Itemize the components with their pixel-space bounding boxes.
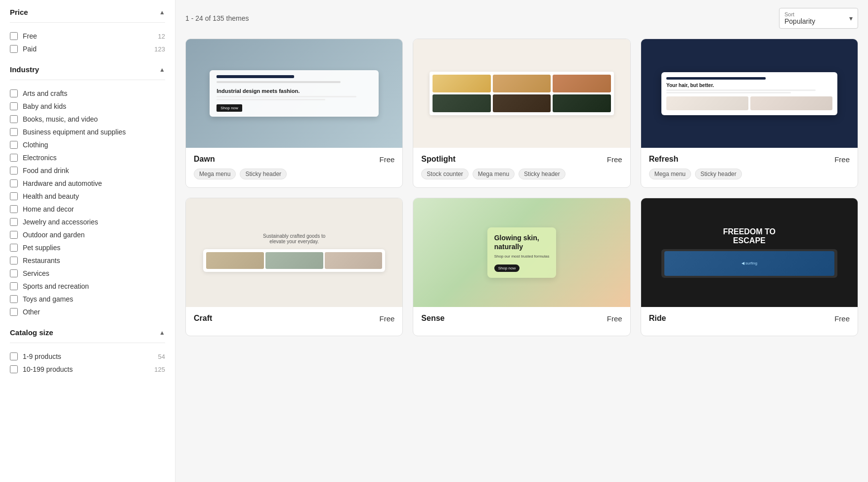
catalog-option-checkbox-1[interactable] — [10, 365, 18, 373]
industry-divider — [10, 80, 165, 80]
industry-filter-section: Industry ▲ Arts and crafts Baby and kids… — [10, 65, 165, 318]
industry-option-label-13[interactable]: Restaurants — [10, 257, 60, 264]
catalog-chevron-icon: ▲ — [159, 329, 165, 336]
industry-option-text-12: Pet supplies — [23, 244, 60, 252]
catalog-filter-header[interactable]: Catalog size ▲ — [10, 328, 165, 337]
industry-option-text-0: Arts and crafts — [23, 89, 67, 97]
theme-price-refresh: Free — [834, 155, 850, 164]
price-filter-title: Price — [10, 8, 28, 16]
price-paid-row: Paid 123 — [10, 43, 165, 55]
theme-price-craft: Free — [379, 314, 394, 323]
industry-option-row: Arts and crafts — [10, 87, 165, 100]
industry-option-label-12[interactable]: Pet supplies — [10, 244, 60, 252]
theme-thumbnail-ride: FREEDOM TOESCAPE ◀ surfing — [641, 198, 858, 307]
price-filter-section: Price ▲ Free 12 Paid 123 — [10, 8, 165, 55]
industry-filter-header[interactable]: Industry ▲ — [10, 65, 165, 74]
industry-option-checkbox-4[interactable] — [10, 141, 18, 149]
industry-option-checkbox-16[interactable] — [10, 295, 18, 303]
industry-option-checkbox-7[interactable] — [10, 179, 18, 187]
sort-label: Sort — [784, 11, 815, 17]
catalog-option-label-0[interactable]: 1-9 products — [10, 352, 61, 360]
industry-option-label-15[interactable]: Sports and recreation — [10, 282, 89, 290]
industry-option-text-3: Business equipment and supplies — [23, 128, 126, 136]
price-divider — [10, 22, 165, 23]
industry-option-checkbox-17[interactable] — [10, 308, 18, 316]
theme-info-spotlight: Spotlight Free Stock counterMega menuSti… — [413, 148, 630, 187]
industry-option-checkbox-12[interactable] — [10, 244, 18, 252]
theme-card-refresh[interactable]: Your hair, but better. Refresh Free Mega… — [641, 39, 858, 188]
catalog-option-label-1[interactable]: 10-199 products — [10, 365, 73, 373]
industry-option-label-1[interactable]: Baby and kids — [10, 102, 66, 110]
theme-tag: Sticky header — [695, 169, 742, 179]
theme-name-spotlight: Spotlight — [421, 155, 455, 164]
theme-tags-dawn: Mega menuSticky header — [194, 169, 394, 179]
industry-option-label-14[interactable]: Services — [10, 269, 49, 277]
catalog-option-text-1: 10-199 products — [23, 365, 73, 373]
industry-option-label-10[interactable]: Jewelry and accessories — [10, 218, 98, 226]
industry-option-row: Clothing — [10, 138, 165, 151]
theme-card-craft[interactable]: Sustainably crafted goods toelevate your… — [185, 198, 403, 336]
industry-option-row: Baby and kids — [10, 100, 165, 113]
industry-option-label-3[interactable]: Business equipment and supplies — [10, 128, 126, 136]
theme-thumbnail-dawn: Industrial design meets fashion. Shop no… — [186, 39, 402, 148]
price-paid-checkbox[interactable] — [10, 45, 18, 53]
catalog-filter-section: Catalog size ▲ 1-9 products 54 10-199 pr… — [10, 328, 165, 376]
sort-dropdown[interactable]: Sort Popularity ▾ — [779, 8, 858, 29]
industry-option-checkbox-14[interactable] — [10, 269, 18, 277]
industry-option-label-0[interactable]: Arts and crafts — [10, 89, 67, 97]
theme-card-spotlight[interactable]: Spotlight Free Stock counterMega menuSti… — [413, 39, 630, 188]
industry-option-label-17[interactable]: Other — [10, 308, 40, 316]
theme-card-sense[interactable]: Glowing skin,naturally Shop our most tru… — [413, 198, 630, 336]
price-filter-header[interactable]: Price ▲ — [10, 8, 165, 16]
industry-option-checkbox-13[interactable] — [10, 257, 18, 264]
industry-option-checkbox-10[interactable] — [10, 218, 18, 226]
catalog-divider — [10, 343, 165, 343]
price-free-label[interactable]: Free — [10, 32, 37, 40]
industry-option-label-9[interactable]: Home and decor — [10, 205, 74, 213]
theme-tags-refresh: Mega menuSticky header — [649, 169, 850, 179]
theme-info-craft: Craft Free — [186, 307, 402, 336]
industry-option-checkbox-5[interactable] — [10, 154, 18, 162]
price-paid-label[interactable]: Paid — [10, 45, 37, 53]
industry-option-checkbox-8[interactable] — [10, 192, 18, 200]
industry-option-label-16[interactable]: Toys and games — [10, 295, 73, 303]
industry-option-label-11[interactable]: Outdoor and garden — [10, 231, 85, 239]
industry-option-label-2[interactable]: Books, music, and video — [10, 115, 98, 123]
industry-option-checkbox-2[interactable] — [10, 115, 18, 123]
industry-option-text-5: Electronics — [23, 154, 56, 162]
theme-card-dawn[interactable]: Industrial design meets fashion. Shop no… — [185, 39, 403, 188]
sort-value: Popularity — [784, 17, 815, 25]
price-free-checkbox[interactable] — [10, 32, 18, 40]
industry-option-checkbox-6[interactable] — [10, 167, 18, 175]
theme-name-craft: Craft — [194, 314, 212, 323]
price-chevron-icon: ▲ — [159, 9, 165, 16]
industry-option-checkbox-9[interactable] — [10, 205, 18, 213]
industry-option-label-6[interactable]: Food and drink — [10, 167, 69, 175]
catalog-option-text-0: 1-9 products — [23, 352, 61, 360]
theme-thumbnail-sense: Glowing skin,naturally Shop our most tru… — [413, 198, 630, 307]
results-count: 1 - 24 of 135 themes — [185, 14, 249, 22]
industry-option-text-10: Jewelry and accessories — [23, 218, 98, 226]
industry-option-text-13: Restaurants — [23, 257, 60, 264]
industry-option-label-8[interactable]: Health and beauty — [10, 192, 79, 200]
industry-option-checkbox-15[interactable] — [10, 282, 18, 290]
industry-option-label-4[interactable]: Clothing — [10, 141, 48, 149]
industry-option-checkbox-0[interactable] — [10, 89, 18, 97]
sidebar: Price ▲ Free 12 Paid 123 Industry ▲ — [0, 0, 175, 482]
theme-thumbnail-craft: Sustainably crafted goods toelevate your… — [186, 198, 402, 307]
catalog-filter-title: Catalog size — [10, 328, 53, 337]
industry-option-label-5[interactable]: Electronics — [10, 154, 56, 162]
industry-option-checkbox-11[interactable] — [10, 231, 18, 239]
industry-option-text-16: Toys and games — [23, 295, 73, 303]
sort-text-group: Sort Popularity — [784, 11, 815, 25]
theme-info-sense: Sense Free — [413, 307, 630, 336]
theme-card-ride[interactable]: FREEDOM TOESCAPE ◀ surfing Ride Free — [641, 198, 858, 336]
industry-option-text-14: Services — [23, 269, 49, 277]
catalog-option-checkbox-0[interactable] — [10, 352, 18, 360]
theme-title-row: Spotlight Free — [421, 155, 622, 164]
theme-price-spotlight: Free — [607, 155, 622, 164]
industry-option-checkbox-3[interactable] — [10, 128, 18, 136]
main-header: 1 - 24 of 135 themes Sort Popularity ▾ — [185, 8, 858, 29]
industry-option-label-7[interactable]: Hardware and automotive — [10, 179, 102, 187]
industry-option-checkbox-1[interactable] — [10, 102, 18, 110]
